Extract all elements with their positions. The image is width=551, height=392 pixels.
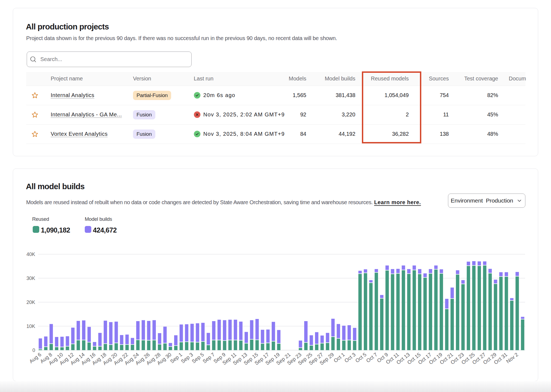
svg-text:Sep 3: Sep 3	[180, 352, 194, 364]
svg-text:20K: 20K	[26, 300, 35, 305]
svg-text:0: 0	[32, 348, 35, 353]
svg-text:30K: 30K	[26, 276, 35, 281]
svg-text:Nov 2: Nov 2	[505, 352, 519, 364]
svg-text:Oct 7: Oct 7	[365, 352, 379, 364]
svg-text:Sep 7: Sep 7	[202, 352, 216, 364]
svg-text:10K: 10K	[26, 324, 35, 329]
svg-text:Aug 6: Aug 6	[28, 352, 43, 364]
svg-text:Sep 1: Sep 1	[169, 352, 183, 364]
svg-text:Oct 1: Oct 1	[332, 352, 346, 364]
svg-text:Sep 5: Sep 5	[191, 352, 205, 364]
svg-text:Oct 3: Oct 3	[343, 352, 357, 364]
svg-text:40K: 40K	[26, 252, 35, 257]
svg-text:Oct 5: Oct 5	[354, 352, 368, 364]
